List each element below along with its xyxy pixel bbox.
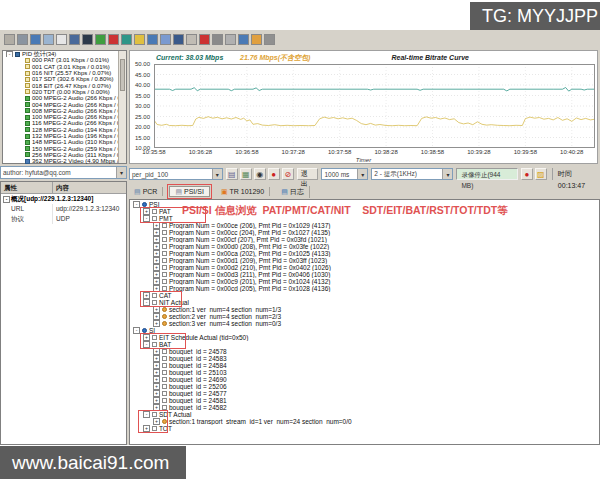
- expander-icon[interactable]: +: [153, 306, 160, 313]
- psi-tree-item[interactable]: + bouquet_id = 24581: [130, 397, 599, 404]
- expander-icon[interactable]: +: [153, 264, 160, 271]
- tab[interactable]: ▤ PSI/SI: [169, 186, 209, 197]
- address-combo[interactable]: author: hyfuta@qq.com ▾: [0, 166, 127, 179]
- toolbar-icon[interactable]: [186, 34, 197, 45]
- psi-tree-item[interactable]: + section:1 ver_num=4 section_num=1/3: [130, 306, 599, 313]
- expander-icon[interactable]: +: [153, 271, 160, 278]
- expander-icon[interactable]: -: [143, 299, 150, 306]
- expander-icon[interactable]: -: [143, 215, 150, 222]
- psi-tree-item[interactable]: + section:1 transport_stream_id=1 ver_nu…: [130, 418, 599, 425]
- pid-tree-item[interactable]: 362 MPEG-2 Video (4.90 Mbps / 13.01%): [3, 158, 126, 164]
- chart-tool-icon[interactable]: ⊘: [282, 168, 294, 180]
- psi-tree-item[interactable]: + Program Num = 0x00cc (204), Pmt Pid = …: [130, 229, 599, 236]
- toolbar-icon[interactable]: [17, 34, 28, 45]
- psi-tree-item[interactable]: + bouquet_id = 25103: [130, 369, 599, 376]
- psi-tree-item[interactable]: + EIT Schedule Actual (tid=0x50): [130, 334, 599, 341]
- scrollbar[interactable]: [118, 51, 126, 163]
- chart-tool-icon[interactable]: ◉: [254, 168, 266, 180]
- property-group-row[interactable]: - 概况[udp://229.1.2.3:12340]: [1, 194, 126, 204]
- chevron-down-icon[interactable]: ▾: [212, 169, 222, 179]
- psi-tree-item[interactable]: + bouquet_id = 24582: [130, 404, 599, 411]
- toolbar-icon[interactable]: [160, 34, 171, 45]
- toolbar-icon[interactable]: [225, 34, 236, 45]
- expander-icon[interactable]: -: [133, 201, 140, 208]
- psi-tree-item[interactable]: + section:3 ver_num=4 section_num=0/3: [130, 320, 599, 327]
- expander-icon[interactable]: +: [153, 355, 160, 362]
- interval-combo[interactable]: 1000 ms ▾: [321, 168, 368, 180]
- psi-tree-item[interactable]: + Program Num = 0x00d1 (209), Pmt Pid = …: [130, 257, 599, 264]
- table-row[interactable]: URL udp://229.1.2.3:12340: [1, 204, 126, 214]
- tab[interactable]: ▤ PCR: [129, 187, 163, 196]
- psi-tree-item[interactable]: + bouquet_id = 24584: [130, 362, 599, 369]
- expander-icon[interactable]: +: [153, 390, 160, 397]
- toolbar-icon[interactable]: [212, 34, 223, 45]
- record-tool-icon[interactable]: ●: [521, 168, 533, 180]
- psi-tree-item[interactable]: + bouquet_id = 24577: [130, 390, 599, 397]
- chart-tool-icon[interactable]: ●: [268, 168, 280, 180]
- tab[interactable]: ▤ 日志: [276, 186, 310, 198]
- scrollbar-thumb[interactable]: [120, 59, 125, 91]
- toolbar-icon[interactable]: [238, 34, 249, 45]
- psi-tree-item[interactable]: + Program Num = 0x00d3 (211), Pmt Pid = …: [130, 271, 599, 278]
- expander-icon[interactable]: +: [153, 250, 160, 257]
- expander-icon[interactable]: +: [153, 383, 160, 390]
- expander-icon[interactable]: +: [153, 243, 160, 250]
- toolbar-icon[interactable]: [95, 34, 106, 45]
- chart-tool-icon[interactable]: ▦: [240, 168, 252, 180]
- psi-tree-item[interactable]: + Program Num = 0x00c9 (201), Pmt Pid = …: [130, 278, 599, 285]
- psi-tree-item[interactable]: - PMT: [130, 215, 599, 222]
- toolbar-icon[interactable]: [147, 34, 158, 45]
- expander-icon[interactable]: +: [153, 313, 160, 320]
- psi-tree-item[interactable]: + bouquet_id = 25206: [130, 383, 599, 390]
- toolbar-icon[interactable]: [134, 34, 145, 45]
- toolbar-icon[interactable]: [56, 34, 67, 45]
- psi-tree-item[interactable]: + CAT: [130, 292, 599, 299]
- psi-tree-item[interactable]: + Program Num = 0x00cd (205), Pmt Pid = …: [130, 285, 599, 292]
- toolbar-icon[interactable]: [251, 34, 262, 45]
- expander-icon[interactable]: +: [153, 404, 160, 411]
- toolbar-icon[interactable]: [121, 34, 132, 45]
- expander-icon[interactable]: -: [143, 411, 150, 418]
- toolbar-icon[interactable]: [199, 34, 210, 45]
- chevron-down-icon[interactable]: ▾: [116, 167, 126, 178]
- psi-tree-item[interactable]: + TOT: [130, 425, 599, 432]
- psi-tree-item[interactable]: - SDT Actual: [130, 411, 599, 418]
- psi-tree-item[interactable]: + Program Num = 0x00d0 (208), Pmt Pid = …: [130, 243, 599, 250]
- psi-tree-item[interactable]: + section:2 ver_num=4 section_num=2/3: [130, 313, 599, 320]
- expander-icon[interactable]: -: [6, 51, 13, 57]
- psi-tree-item[interactable]: - NIT Actual: [130, 299, 599, 306]
- expander-icon[interactable]: -: [143, 341, 150, 348]
- expander-icon[interactable]: +: [153, 229, 160, 236]
- expander-icon[interactable]: +: [153, 257, 160, 264]
- expander-icon[interactable]: +: [153, 369, 160, 376]
- chevron-down-icon[interactable]: ▾: [442, 169, 452, 179]
- psi-tree-item[interactable]: + Program Num = 0x00ce (206), Pmt Pid = …: [130, 222, 599, 229]
- psi-tree-item[interactable]: + PAT: [130, 208, 599, 215]
- toolbar-icon[interactable]: [30, 34, 41, 45]
- expander-icon[interactable]: +: [153, 222, 160, 229]
- expander-icon[interactable]: +: [153, 348, 160, 355]
- toolbar-icon[interactable]: [69, 34, 80, 45]
- chevron-down-icon[interactable]: ▾: [357, 169, 367, 179]
- expander-icon[interactable]: +: [143, 425, 150, 432]
- expander-icon[interactable]: +: [153, 362, 160, 369]
- psi-tree-item[interactable]: + bouquet_id = 24583: [130, 355, 599, 362]
- record-tool-icon[interactable]: ▨: [535, 168, 547, 180]
- toolbar-icon[interactable]: [264, 34, 275, 45]
- expander-icon[interactable]: +: [153, 376, 160, 383]
- chart-tool-icon[interactable]: ▤: [226, 168, 238, 180]
- expander-icon[interactable]: +: [153, 236, 160, 243]
- expander-icon[interactable]: +: [143, 208, 150, 215]
- table-row[interactable]: 协议 UDP: [1, 214, 126, 224]
- expander-icon[interactable]: +: [143, 334, 150, 341]
- toolbar-icon[interactable]: [82, 34, 93, 45]
- psi-tree-item[interactable]: + bouquet_id = 24690: [130, 376, 599, 383]
- psi-tree-item[interactable]: + Program Num = 0x00ca (202), Pmt Pid = …: [130, 250, 599, 257]
- psi-tree-item[interactable]: + bouquet_id = 24578: [130, 348, 599, 355]
- toolbar-icon[interactable]: [108, 34, 119, 45]
- expander-icon[interactable]: -: [133, 327, 140, 334]
- expander-icon[interactable]: +: [153, 418, 160, 425]
- pid-select-combo[interactable]: per_pid_100 ▾: [129, 168, 223, 180]
- expander-icon[interactable]: +: [153, 278, 160, 285]
- expander-icon[interactable]: +: [143, 292, 150, 299]
